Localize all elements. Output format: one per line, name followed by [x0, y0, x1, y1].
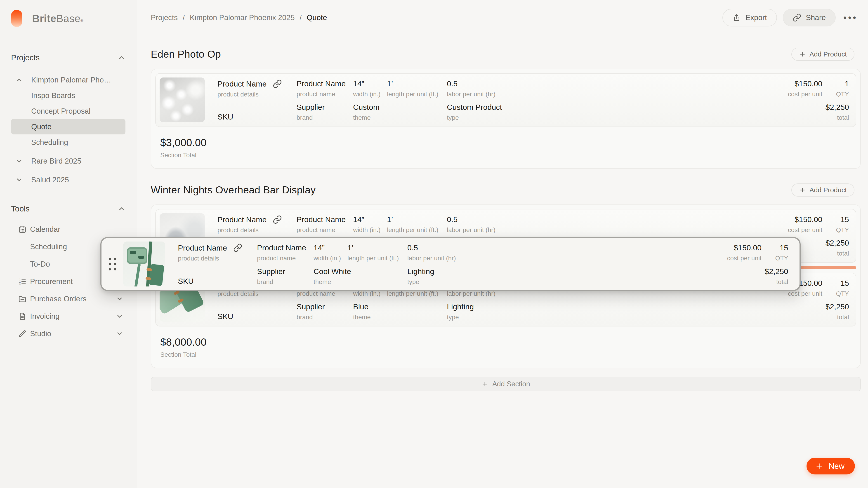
sidebar-item-calendar[interactable]: Calendar	[11, 221, 125, 238]
breadcrumb-project-name[interactable]: Kimpton Palomar Phoenix 2025	[190, 13, 294, 22]
link-icon[interactable]	[273, 79, 282, 88]
row-total-value: $2,250	[765, 267, 788, 276]
product-details-label: product details	[217, 91, 297, 98]
sidebar-item-label: Invoicing	[30, 312, 59, 321]
width-value: 14”	[313, 243, 347, 252]
type-value: Lighting	[447, 302, 743, 311]
qty-value: 15	[762, 243, 788, 252]
cost-label: cost per unit	[788, 290, 822, 297]
sidebar-item-invoicing[interactable]: Invoicing	[11, 307, 125, 325]
section-total-value: $3,000.00	[160, 136, 856, 149]
sidebar-item-label: Purchase Orders	[30, 295, 86, 303]
theme-label: theme	[313, 278, 347, 286]
breadcrumb-separator: /	[183, 13, 185, 22]
product-name-field: Product Name	[257, 243, 313, 252]
width-label: width (in.)	[353, 91, 387, 98]
link-icon	[793, 13, 801, 22]
sidebar-item-label: Scheduling	[31, 138, 68, 147]
calendar-icon	[18, 225, 27, 234]
chevron-up-icon	[16, 76, 23, 84]
breadcrumb-projects[interactable]: Projects	[151, 13, 178, 22]
add-product-button[interactable]: Add Product	[792, 48, 855, 61]
qty-value: 1	[822, 79, 849, 88]
sidebar-item-project-kimpton[interactable]: Kimpton Palomar Pho…	[11, 72, 125, 88]
add-product-button[interactable]: Add Product	[792, 184, 855, 197]
total-label: total	[826, 114, 849, 121]
product-image	[123, 241, 165, 287]
plus-icon	[799, 187, 806, 193]
product-name-value: Product Name	[217, 79, 267, 88]
export-button[interactable]: Export	[722, 9, 777, 26]
more-menu-icon[interactable]: •••	[843, 13, 858, 23]
labor-label: labor per unit (hr)	[447, 290, 743, 297]
length-value: 1’	[387, 215, 447, 224]
product-details-label: product details	[217, 227, 297, 234]
brand-label: brand	[297, 114, 353, 121]
dragged-product-row[interactable]: Product Name product details SKU Product…	[100, 237, 801, 291]
brand-label: brand	[257, 278, 313, 286]
total-label: total	[826, 314, 849, 321]
document-icon	[18, 312, 27, 321]
sidebar-item-label: Kimpton Palomar Pho…	[31, 76, 111, 84]
app-logo[interactable]: BriteBase®	[11, 10, 125, 27]
labor-value: 0.5	[447, 79, 743, 88]
sidebar-section-projects[interactable]: Projects	[11, 52, 125, 63]
qty-label: QTY	[822, 290, 849, 297]
cost-label: cost per unit	[727, 255, 762, 262]
sidebar-item-scheduling-project[interactable]: Scheduling	[11, 134, 125, 150]
sidebar-item-quote[interactable]: Quote	[11, 119, 125, 134]
sku-value: SKU	[178, 277, 257, 286]
supplier-value: Supplier	[297, 302, 353, 311]
sidebar-item-label: To-Do	[30, 260, 50, 268]
breadcrumb-current-quote: Quote	[307, 13, 327, 22]
top-actions: Export Share •••	[722, 9, 858, 26]
link-icon[interactable]	[233, 243, 242, 252]
add-section-label: Add Section	[492, 380, 530, 388]
pencil-icon	[18, 329, 27, 338]
section-total-value: $8,000.00	[160, 336, 856, 348]
length-label: length per unit (ft.)	[347, 255, 407, 262]
export-icon	[733, 13, 741, 22]
supplier-value: Supplier	[257, 267, 313, 276]
width-value: 14”	[353, 79, 387, 88]
registered-mark: ®	[81, 19, 84, 23]
add-section-button[interactable]: Add Section	[151, 377, 861, 391]
share-label: Share	[806, 13, 826, 22]
sidebar-item-inspo-boards[interactable]: Inspo Boards	[11, 88, 125, 103]
cost-value: $150.00	[788, 215, 822, 224]
chevron-down-icon	[116, 313, 123, 320]
product-row[interactable]: Product Name product details SKU Product…	[155, 73, 856, 127]
product-name-label: product name	[297, 226, 353, 234]
sidebar-item-concept-proposal[interactable]: Concept Proposal	[11, 103, 125, 119]
length-label: length per unit (ft.)	[387, 226, 447, 234]
sidebar-item-label: Rare Bird 2025	[31, 157, 81, 165]
top-bar: Projects / Kimpton Palomar Phoenix 2025 …	[151, 8, 861, 27]
sidebar-item-salud[interactable]: Salud 2025	[11, 172, 125, 188]
width-label: width (in.)	[353, 290, 387, 297]
qty-value: 15	[822, 279, 849, 288]
cost-label: cost per unit	[788, 91, 822, 98]
drag-handle[interactable]	[101, 241, 123, 287]
add-product-label: Add Product	[809, 51, 847, 58]
supplier-value: Supplier	[297, 103, 353, 111]
sidebar-item-label: Quote	[31, 123, 52, 131]
sidebar-item-rare-bird[interactable]: Rare Bird 2025	[11, 153, 125, 169]
chevron-up-icon	[118, 54, 125, 61]
new-button[interactable]: New	[807, 458, 855, 475]
product-name-label: product name	[297, 91, 353, 98]
sidebar-item-studio[interactable]: Studio	[11, 325, 125, 342]
labor-label: labor per unit (hr)	[447, 226, 743, 234]
labor-value: 0.5	[407, 243, 682, 252]
product-name-field: Product Name	[297, 79, 353, 88]
width-label: width (in.)	[353, 226, 387, 234]
link-icon[interactable]	[273, 215, 282, 224]
projects-list: Kimpton Palomar Pho… Inspo Boards Concep…	[11, 72, 125, 188]
sku-value: SKU	[217, 112, 297, 121]
total-label: total	[826, 250, 849, 257]
sidebar-section-tools[interactable]: Tools	[11, 203, 125, 214]
section-header-winter: Winter Nights Overhead Bar Display Add P…	[151, 183, 861, 197]
plus-icon	[815, 462, 823, 470]
share-button[interactable]: Share	[783, 9, 836, 26]
sidebar-item-purchase-orders[interactable]: Purchase Orders	[11, 290, 125, 307]
product-details-label: product details	[178, 255, 257, 262]
